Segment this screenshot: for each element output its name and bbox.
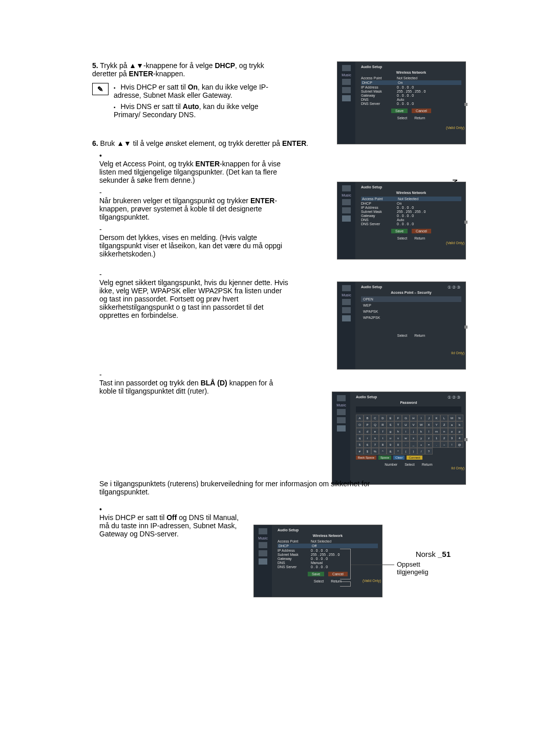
page-footer: Norsk _51: [416, 550, 451, 558]
scroll-indicator: [464, 221, 467, 224]
save-button: Save: [391, 109, 408, 113]
list-item: Velg egnet sikkert tilgangspunkt, hvis d…: [99, 270, 451, 319]
note-icon: ✎: [92, 83, 109, 95]
list-item: Velg et Access Point, og trykk ENTER-kna…: [99, 152, 451, 496]
side-icon: [342, 79, 351, 85]
osd-title: Audio Setup: [361, 65, 461, 69]
bullet-icon: ▪: [114, 104, 116, 110]
list-item: Hvis DHCP er satt til Off og DNS til Man…: [99, 505, 451, 538]
save-button: Save: [308, 572, 324, 576]
osd-sidebar: Music: [337, 62, 355, 144]
bracket-icon: [340, 549, 351, 579]
table-row: DNS Server0 . 0 . 0 . 0: [361, 102, 461, 105]
list-item: Dersom det lykkes, vises en melding. (Hv…: [99, 225, 451, 258]
menu-label: Music: [342, 73, 351, 77]
note-item-2: ▪ Hvis DNS er satt til Auto, kan du ikke…: [114, 102, 283, 119]
list-item: Når brukeren velger et tilgangspunkt og …: [99, 188, 451, 221]
router-note: Se i tilgangspunktets (ruterens) brukerv…: [99, 480, 401, 496]
list-item: Tast inn passordet og trykk den BLÅ (D) …: [99, 371, 451, 395]
table-row: Subnet Mask255 . 255 . 255 . 0: [278, 553, 378, 556]
callout-line: [351, 565, 394, 565]
table-row: DNSManual: [278, 561, 378, 565]
scroll-indicator: [464, 326, 467, 329]
table-row: DNSAuto: [361, 98, 461, 101]
table-row: Gateway0 . 0 . 0 . 0: [361, 94, 461, 97]
side-icon: [342, 95, 351, 101]
step-5-block: 5. Trykk på ▲▼-knappene for å velge DHCP…: [92, 61, 451, 119]
osd-subtitle: Wireless Network: [361, 71, 461, 74]
step-6-lead: 6. Bruk ▲▼ til å velge ønsket element, o…: [92, 139, 399, 147]
scroll-indicator: [464, 103, 467, 106]
step-5-num: 5.: [92, 61, 98, 70]
dash-list: Når brukeren velger et tilgangspunkt og …: [99, 188, 451, 395]
table-row: Subnet Mask255 . 255 . 255 . 0: [361, 90, 461, 93]
table-row: Access PointNot Selected: [278, 539, 378, 543]
step-5-text: 5. Trykk på ▲▼-knappene for å velge DHCP…: [92, 61, 282, 78]
valid-hint: ild Only): [451, 466, 464, 470]
screenshot-wireless-on: Music Audio Setup Wireless Network Acces…: [337, 61, 466, 144]
side-icon: [259, 542, 267, 548]
valid-hint: (Valid Only): [446, 126, 464, 129]
step-6-bullets: Velg et Access Point, og trykk ENTER-kna…: [99, 152, 451, 538]
select-hint: Select: [397, 116, 407, 120]
side-icon: [342, 87, 351, 93]
valid-hint: (Valid Only): [363, 579, 381, 582]
bullet-icon: ▪: [114, 85, 116, 91]
table-row: Gateway0 . 0 . 0 . 0: [278, 557, 378, 560]
table-row: DHCPOn: [361, 80, 461, 85]
valid-hint: ild Only): [451, 351, 464, 355]
select-hint: Select: [314, 579, 324, 583]
scroll-indicator: [464, 438, 467, 441]
step-6-block: 6. Bruk ▲▼ til å velge ønsket element, o…: [92, 139, 451, 538]
side-icon: [342, 65, 351, 71]
return-hint: Return: [414, 116, 425, 120]
side-icon: [259, 558, 267, 565]
callout-text: Oppsett tilgjengelig: [397, 560, 451, 576]
note-item-1: ▪ Hvis DHCP er satt til On, kan du ikke …: [114, 83, 283, 99]
table-row: Access PointNot Selected: [361, 76, 461, 80]
cancel-button: Cancel: [412, 109, 431, 113]
bracket-icon: [340, 581, 351, 587]
side-icon: [259, 550, 267, 556]
manual-page: NETTVERKSOPPSETT 5. Trykk på ▲▼-knappene…: [0, 0, 553, 589]
table-row: IP Address0 . 0 . 0 . 0: [361, 85, 461, 89]
step-6-num: 6.: [92, 139, 98, 147]
table-row: IP Address0 . 0 . 0 . 0: [278, 549, 378, 552]
table-row: DNS Server0 . 0 . 0 . 0: [278, 565, 378, 569]
table-row: DHCPOff: [278, 544, 378, 548]
